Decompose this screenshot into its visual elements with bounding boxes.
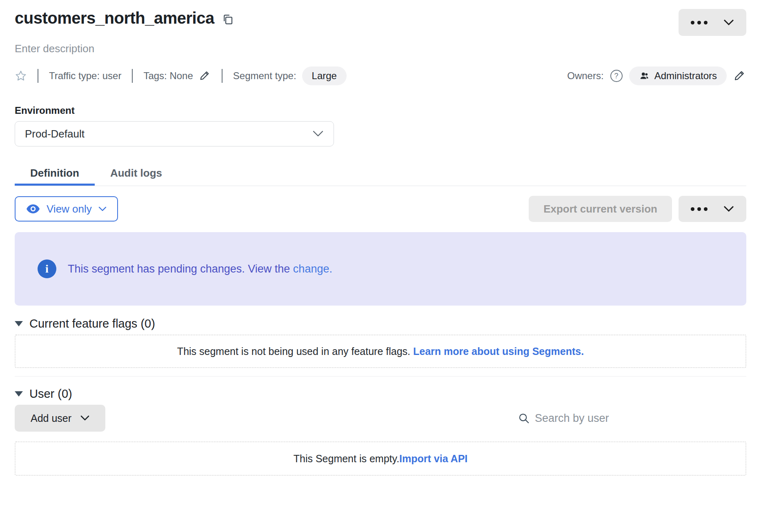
section-divider: [15, 376, 746, 377]
feature-flags-section-title: Current feature flags (0): [29, 317, 155, 330]
feature-flags-empty-state: This segment is not being used in any fe…: [15, 335, 746, 368]
user-empty-text: This Segment is empty.: [294, 453, 399, 464]
add-user-label: Add user: [31, 412, 71, 424]
owners-label: Owners:: [567, 70, 603, 82]
user-section-header[interactable]: User (0): [15, 387, 746, 401]
title-wrap: customers_north_america: [15, 9, 234, 27]
learn-more-link[interactable]: Learn more about using Segments.: [413, 346, 584, 357]
owners-value: Administrators: [654, 70, 717, 82]
toolbar-right: Export current version: [529, 196, 746, 222]
copy-icon[interactable]: [222, 13, 234, 25]
feature-flags-empty-text: This segment is not being used in any fe…: [177, 346, 413, 357]
pencil-icon[interactable]: [199, 70, 211, 82]
ellipsis-icon: [691, 207, 708, 211]
chevron-down-icon: [312, 130, 324, 137]
ellipsis-icon: [691, 21, 708, 24]
tab-audit-logs[interactable]: Audit logs: [95, 163, 178, 186]
header-more-actions-button[interactable]: [679, 9, 746, 36]
owners: Owners: ? Administrators: [567, 66, 746, 85]
page-title: customers_north_america: [15, 9, 214, 27]
eye-icon: [26, 204, 40, 214]
meta-row: Traffic type: user Tags: None Segment ty…: [15, 66, 746, 85]
user-empty-state: This Segment is empty.Import via API: [15, 441, 746, 476]
header: customers_north_america: [15, 0, 746, 36]
segment-type-badge: Large: [302, 66, 347, 85]
chevron-down-icon: [723, 19, 734, 26]
caret-down-icon: [15, 321, 23, 326]
segment-type: Segment type: Large: [233, 66, 347, 85]
environment-selected-value: Prod-Default: [25, 128, 85, 140]
tab-bar: Definition Audit logs: [15, 163, 746, 186]
chevron-down-icon: [723, 206, 734, 212]
environment-label: Environment: [15, 105, 746, 116]
star-icon[interactable]: [15, 70, 27, 82]
definition-toolbar: View only Export current version: [15, 196, 746, 222]
segment-detail-page: customers_north_america Enter descriptio…: [0, 0, 761, 476]
owners-badge[interactable]: Administrators: [629, 66, 727, 85]
question-icon[interactable]: ?: [610, 70, 623, 82]
view-only-label: View only: [47, 203, 92, 215]
tags-label: Tags: None: [143, 70, 193, 82]
definition-more-actions-button[interactable]: [679, 196, 746, 222]
tab-definition[interactable]: Definition: [15, 163, 95, 186]
search-by-user-input[interactable]: [535, 412, 731, 425]
pending-changes-banner: i This segment has pending changes. View…: [15, 232, 746, 306]
info-icon: i: [38, 259, 56, 278]
user-section-title: User (0): [29, 387, 72, 401]
search-icon: [518, 412, 530, 424]
add-user-button[interactable]: Add user: [15, 405, 105, 432]
traffic-type: Traffic type: user: [49, 70, 121, 82]
pencil-icon[interactable]: [733, 69, 746, 82]
chevron-down-icon: [80, 415, 89, 421]
caret-down-icon: [15, 391, 23, 397]
import-via-api-link[interactable]: Import via API: [399, 453, 467, 464]
banner-message: This segment has pending changes. View t…: [68, 263, 332, 275]
environment-select[interactable]: Prod-Default: [15, 121, 334, 146]
user-search: [518, 412, 746, 425]
view-only-button[interactable]: View only: [15, 196, 118, 222]
feature-flags-section-header[interactable]: Current feature flags (0): [15, 317, 746, 330]
divider: [38, 69, 38, 83]
export-current-version-button[interactable]: Export current version: [529, 196, 672, 222]
people-icon: [639, 71, 650, 81]
chevron-down-icon: [98, 206, 107, 212]
view-change-link[interactable]: change.: [293, 263, 332, 275]
user-toolbar: Add user: [15, 405, 746, 432]
divider: [222, 69, 223, 83]
description-placeholder[interactable]: Enter description: [15, 42, 746, 55]
segment-type-label: Segment type:: [233, 70, 296, 82]
divider: [132, 69, 133, 83]
tags: Tags: None: [143, 70, 211, 82]
